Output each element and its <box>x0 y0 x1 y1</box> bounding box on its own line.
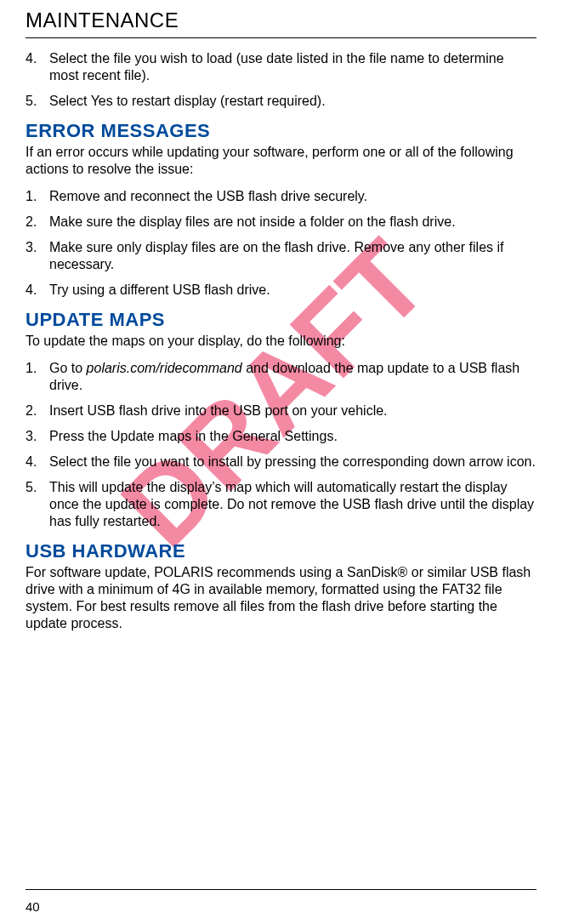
list-number: 1. <box>26 360 41 394</box>
list-item: 4. Select the file you wish to load (use… <box>26 50 536 84</box>
list-item: 4. Select the file you want to install b… <box>26 453 536 471</box>
list-text: Select Yes to restart display (restart r… <box>49 93 536 110</box>
page-number: 40 <box>26 899 40 914</box>
list-number: 2. <box>26 402 41 419</box>
list-item: 5. Select Yes to restart display (restar… <box>26 93 536 110</box>
list-number: 4. <box>26 282 41 299</box>
list-number: 5. <box>26 93 41 110</box>
list-number: 5. <box>26 479 41 530</box>
list-number: 3. <box>26 239 41 273</box>
usb-intro: For software update, POLARIS recommends … <box>26 564 536 632</box>
header-rule <box>26 37 536 38</box>
error-intro: If an error occurs while updating your s… <box>26 144 536 178</box>
list-item: 3. Make sure only display files are on t… <box>26 239 536 273</box>
list-text: Remove and reconnect the USB flash drive… <box>49 188 536 205</box>
page-title: MAINTENANCE <box>26 9 536 32</box>
list-text: Try using a different USB flash drive. <box>49 282 536 299</box>
footer-rule <box>26 889 536 890</box>
url-text: polaris.com/ridecommand <box>87 361 242 375</box>
list-number: 1. <box>26 188 41 205</box>
list-item: 1. Remove and reconnect the USB flash dr… <box>26 188 536 205</box>
list-text: This will update the display’s map which… <box>49 479 536 530</box>
list-text: Select the file you wish to load (use da… <box>49 50 536 84</box>
text-pre: Go to <box>49 361 87 375</box>
list-item: 3. Press the Update maps in the General … <box>26 428 536 445</box>
list-text: Press the Update maps in the General Set… <box>49 428 536 445</box>
maps-list: 1. Go to polaris.com/ridecommand and dow… <box>26 360 536 530</box>
list-text: Select the file you want to install by p… <box>49 453 536 471</box>
list-item: 2. Insert USB flash drive into the USB p… <box>26 402 536 419</box>
list-item: 1. Go to polaris.com/ridecommand and dow… <box>26 360 536 394</box>
list-item: 5. This will update the display’s map wh… <box>26 479 536 530</box>
usb-hardware-heading: USB HARDWARE <box>26 540 536 562</box>
list-text: Insert USB flash drive into the USB port… <box>49 402 536 419</box>
list-text: Make sure only display files are on the … <box>49 239 536 273</box>
list-text: Go to polaris.com/ridecommand and downlo… <box>49 360 536 394</box>
error-messages-heading: ERROR MESSAGES <box>26 120 536 142</box>
list-item: 2. Make sure the display files are not i… <box>26 214 536 231</box>
update-maps-heading: UPDATE MAPS <box>26 309 536 331</box>
list-number: 2. <box>26 214 41 231</box>
list-number: 4. <box>26 453 41 471</box>
maps-intro: To update the maps on your display, do t… <box>26 333 536 350</box>
list-item: 4. Try using a different USB flash drive… <box>26 282 536 299</box>
list-text: Make sure the display files are not insi… <box>49 214 536 231</box>
error-list: 1. Remove and reconnect the USB flash dr… <box>26 188 536 299</box>
continued-list: 4. Select the file you wish to load (use… <box>26 50 536 110</box>
list-number: 4. <box>26 50 41 84</box>
list-number: 3. <box>26 428 41 445</box>
